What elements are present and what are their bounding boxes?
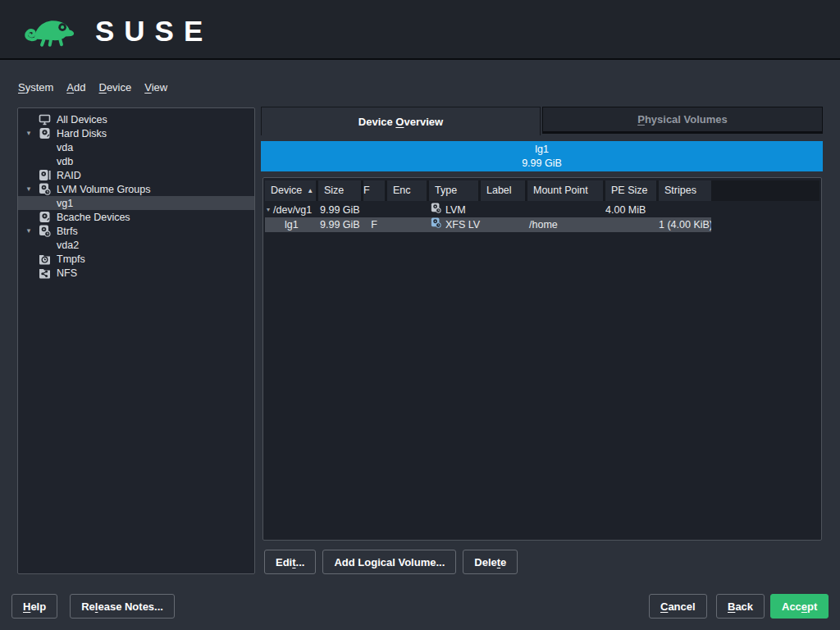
sidebar-item-label: vda2 [57,240,79,251]
release-notes-button[interactable]: Release Notes... [70,594,175,619]
tab-device-overview[interactable]: Device Overview [261,107,541,135]
volume-size: 9.99 GiB [522,157,562,170]
sidebar-item-label: vg1 [57,198,73,209]
column-header-mount-point[interactable]: Mount Point [527,180,603,201]
raid-icon [39,169,51,181]
column-header-enc[interactable]: Enc [387,180,427,201]
edit-button[interactable]: Edit... [264,550,316,574]
cell-enc [387,217,427,232]
expander-icon[interactable]: ▾ [267,203,270,217]
sidebar-item-vg1[interactable]: vg1 [18,196,254,210]
sidebar-item-label: LVM Volume Groups [57,184,150,195]
cell-enc [387,203,427,217]
table-header-row: Device ▲ Size F Enc Type Label Mount Poi… [265,180,819,201]
sidebar-item-label: vdb [57,156,73,167]
column-header-label[interactable]: Label [481,180,525,201]
footer-left-buttons: Help Release Notes... [11,594,175,619]
top-banner: SUSE [0,0,840,60]
expander-icon[interactable]: ▾ [23,126,34,140]
cell-type: LVM [445,203,466,217]
volume-summary-bar: lg1 9.99 GiB [261,141,823,171]
sidebar-item-label: RAID [57,170,81,181]
sidebar-item-tmpfs[interactable]: Tmpfs [18,252,254,266]
cell-stripes [659,203,711,217]
column-header-pe-size[interactable]: PE Size [605,180,656,201]
menubar: System Add Device View [18,81,167,94]
tab-physical-volumes[interactable]: Physical Volumes [542,107,823,134]
sidebar-item-nfs[interactable]: NFS [18,266,254,280]
sidebar-item-all-devices[interactable]: All Devices [18,112,254,126]
sidebar-item-vda2[interactable]: vda2 [18,238,254,252]
sort-ascending-icon: ▲ [307,180,313,201]
cell-size: 9.99 GiB [318,217,361,232]
column-header-f[interactable]: F [363,180,385,201]
cell-type: XFS LV [445,217,480,232]
sidebar-item-vda[interactable]: vda [18,140,254,154]
back-button[interactable]: Back [716,594,765,619]
sidebar-item-label: Tmpfs [57,253,85,265]
cell-f [363,203,385,217]
cancel-button[interactable]: Cancel [649,594,707,619]
lvm-icon [39,225,51,237]
expander-icon[interactable]: ▾ [23,224,34,238]
sidebar-item-label: All Devices [57,114,107,126]
brand-wordmark: SUSE [95,12,212,50]
device-tree: All Devices ▾ Hard Disks vda vdb RAID [17,107,255,574]
hard-disk-icon [39,211,51,223]
accept-button[interactable]: Accept [770,594,829,619]
table-row-lg1[interactable]: lg1 9.99 GiB F XFS LV /home 1 (4.00 KiB) [265,217,711,232]
column-header-device[interactable]: Device ▲ [265,180,316,201]
add-logical-volume-button[interactable]: Add Logical Volume... [322,550,456,574]
cell-device: lg1 [265,217,316,232]
sidebar-item-lvm-volume-groups[interactable]: ▾ LVM Volume Groups [18,182,254,196]
sidebar-item-label: Bcache Devices [57,212,130,223]
suse-logo: SUSE [21,11,212,51]
sidebar-item-label: Hard Disks [57,128,107,139]
menu-system[interactable]: System [18,81,53,94]
sidebar-item-hard-disks[interactable]: ▾ Hard Disks [18,126,254,140]
sidebar-item-bcache-devices[interactable]: Bcache Devices [18,210,254,224]
column-header-stripes[interactable]: Stripes [659,180,711,201]
sidebar-item-raid[interactable]: RAID [18,168,254,182]
sidebar-item-label: vda [57,142,73,153]
cell-mount-point: /home [527,217,603,232]
sidebar-item-vdb[interactable]: vdb [18,154,254,168]
cell-size: 9.99 GiB [318,203,361,217]
cell-stripes: 1 (4.00 KiB) [659,217,711,232]
tab-bar: Device Overview Physical Volumes [261,107,823,136]
column-header-size[interactable]: Size [318,180,361,201]
xfs-lv-icon [431,217,441,232]
tmpfs-icon [39,253,51,265]
nfs-icon [39,267,51,279]
menu-add[interactable]: Add [66,81,85,94]
delete-button[interactable]: Delete [463,550,518,574]
menu-view[interactable]: View [144,81,167,94]
chameleon-icon [21,11,82,51]
expander-icon[interactable]: ▾ [23,182,34,196]
computer-icon [39,113,51,126]
sidebar-item-label: Btrfs [57,226,78,237]
volume-name: lg1 [535,143,549,156]
sidebar-item-label: NFS [57,267,77,279]
cell-label [481,217,525,232]
cell-pe-size [605,217,656,232]
column-header-type[interactable]: Type [429,180,478,201]
help-button[interactable]: Help [11,594,57,619]
cell-pe-size: 4.00 MiB [605,203,656,217]
table-row-vg[interactable]: ▾ /dev/vg1 9.99 GiB LVM 4.00 MiB [265,203,711,217]
table-actions: Edit... Add Logical Volume... Delete [264,550,518,574]
device-table: Device ▲ Size F Enc Type Label Mount Poi… [262,177,822,541]
menu-device[interactable]: Device [98,81,131,94]
cell-mount-point [527,203,603,217]
lvm-icon [431,203,441,217]
cell-device: /dev/vg1 [273,203,312,217]
sidebar-item-btrfs[interactable]: ▾ Btrfs [18,224,254,238]
cell-label [481,203,525,217]
lvm-icon [39,183,51,195]
hard-disk-icon [39,127,51,139]
cell-f: F [363,217,385,232]
